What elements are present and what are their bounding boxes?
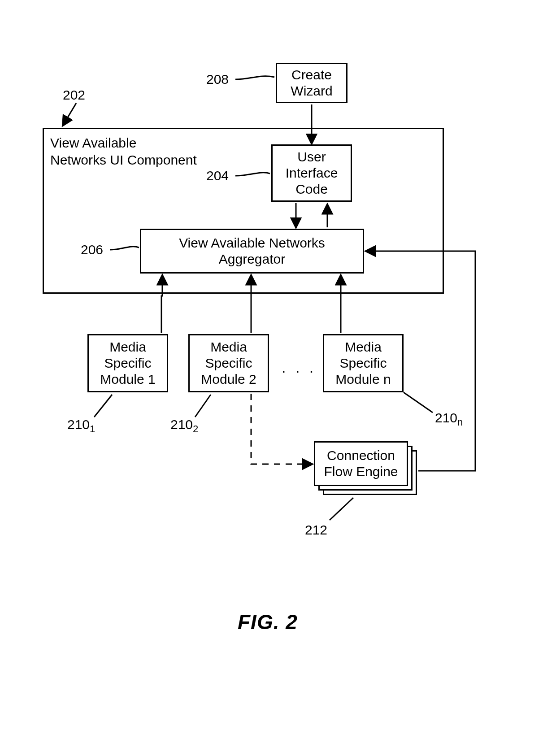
- diagram-canvas: View Available Networks UI Component Cre…: [0, 0, 556, 756]
- ui-code-line1: User: [297, 149, 326, 165]
- connector-overlay: [0, 0, 556, 756]
- box-msm2: Media Specific Module 2: [188, 334, 269, 392]
- aggregator-line2: Aggregator: [219, 251, 285, 267]
- label-204: 204: [206, 168, 229, 183]
- box-aggregator: View Available Networks Aggregator: [140, 229, 364, 274]
- box-msm1: Media Specific Module 1: [87, 334, 168, 392]
- label-210-2: 2102: [170, 417, 198, 435]
- aggregator-line1: View Available Networks: [179, 235, 325, 251]
- msmn-line1: Media: [345, 339, 382, 355]
- container-title-line2: Networks UI Component: [50, 152, 197, 167]
- cfe-line1: Connection: [327, 448, 395, 464]
- label-202: 202: [63, 87, 85, 103]
- msm2-line2: Specific: [205, 355, 252, 371]
- figure-title: FIG. 2: [238, 610, 298, 634]
- label-210-1: 2101: [67, 417, 95, 435]
- msmn-line2: Specific: [339, 355, 387, 371]
- msm2-line3: Module 2: [201, 371, 256, 387]
- msm1-line2: Specific: [104, 355, 151, 371]
- box-create-wizard: Create Wizard: [276, 63, 348, 103]
- create-wizard-line2: Wizard: [291, 83, 332, 99]
- msmn-line3: Module n: [335, 371, 391, 387]
- msm1-line3: Module 1: [100, 371, 155, 387]
- box-ui-code: User Interface Code: [271, 144, 352, 202]
- label-212: 212: [305, 522, 327, 538]
- label-206: 206: [81, 242, 103, 257]
- label-210-n: 210n: [435, 410, 463, 428]
- create-wizard-line1: Create: [291, 67, 332, 83]
- container-title: View Available Networks UI Component: [50, 135, 197, 168]
- ui-code-line3: Code: [295, 181, 328, 197]
- cfe-line2: Flow Engine: [324, 464, 398, 480]
- ellipsis: . . .: [282, 359, 316, 376]
- ui-code-line2: Interface: [286, 165, 338, 181]
- container-title-line1: View Available: [50, 135, 136, 150]
- msm1-line1: Media: [109, 339, 146, 355]
- label-208: 208: [206, 72, 229, 87]
- box-cfe: Connection Flow Engine: [314, 441, 408, 486]
- msm2-line1: Media: [210, 339, 247, 355]
- box-msmn: Media Specific Module n: [323, 334, 404, 392]
